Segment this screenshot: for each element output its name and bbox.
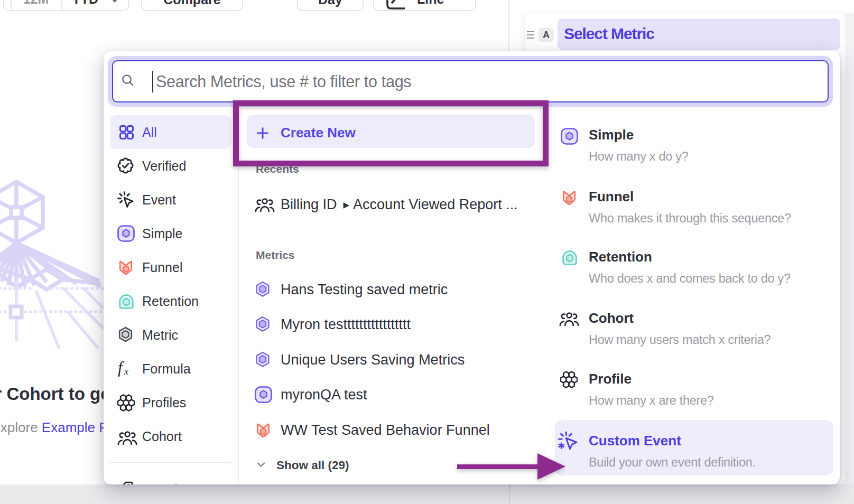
svg-text:x: x	[124, 366, 128, 377]
